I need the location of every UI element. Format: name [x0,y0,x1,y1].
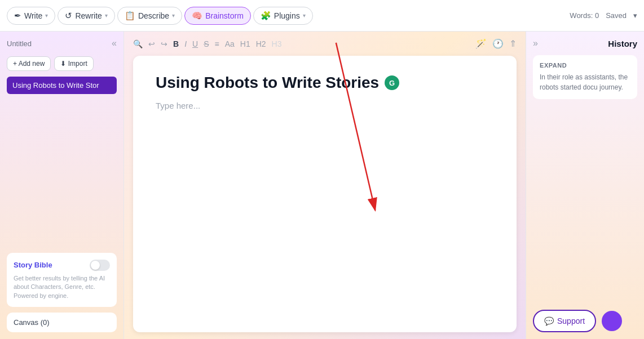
history-card-text: In their role as assistants, the robots … [540,72,630,92]
right-sidebar-expand-icon[interactable]: » [533,38,538,48]
search-tool[interactable]: 🔍 [133,39,143,48]
rewrite-icon: ↺ [65,11,72,21]
editor-placeholder[interactable]: Type here... [156,101,494,110]
write-label: Write [24,11,42,20]
toolbar-right: Words: 0 Saved ▾ [570,11,637,20]
grammarly-icon[interactable]: G [385,75,399,90]
right-sidebar-header: » History [533,38,637,48]
add-new-label: + Add new [13,60,45,68]
describe-button[interactable]: 📋 Describe ▾ [117,7,182,25]
saved-chevron: ▾ [633,11,637,20]
story-bible-label[interactable]: Story Bible [14,261,52,269]
underline-tool[interactable]: U [192,39,198,48]
sidebar-header: Untitled « [7,38,117,48]
rewrite-label: Rewrite [75,11,102,20]
import-label: ⬇ Import [60,60,87,68]
sidebar-actions: + Add new ⬇ Import [7,56,117,71]
editor-area: 🔍 ↩ ↪ B I U S ≡ Aa H1 H2 H3 🪄 🕐 ⇑ Usin [124,32,526,339]
list-tool[interactable]: ≡ [214,39,219,48]
story-bible-row: Story Bible [14,260,110,271]
h1-tool[interactable]: H1 [240,39,250,48]
story-bible-section: Story Bible Get better results by tellin… [7,253,117,307]
plugins-button[interactable]: 🧩 Plugins ▾ [253,7,313,25]
history-tool[interactable]: 🕐 [492,38,504,49]
sidebar-title: Untitled [7,39,32,48]
story-bible-desc: Get better results by telling the AI abo… [14,274,110,300]
editor-tools-left: 🔍 ↩ ↪ B I U S ≡ Aa H1 H2 H3 [133,39,282,48]
plugins-label: Plugins [274,11,300,20]
right-sidebar: » History EXPAND In their role as assist… [526,32,644,339]
bold-tool[interactable]: B [173,39,179,48]
undo-tool[interactable]: ↩ [148,39,155,48]
write-icon: ✒ [14,11,21,21]
story-bible-toggle[interactable] [90,260,110,271]
support-label: Support [557,316,585,325]
h3-tool[interactable]: H3 [272,39,282,48]
support-row: 💬 Support [533,310,637,332]
doc-item-label: Using Robots to Write Stor [12,81,99,90]
doc-item[interactable]: Using Robots to Write Stor [7,77,117,94]
support-button[interactable]: 💬 Support [533,310,596,332]
import-button[interactable]: ⬇ Import [54,56,93,71]
plugins-chevron: ▾ [303,12,306,19]
words-count: Words: 0 [570,11,599,20]
describe-icon: 📋 [125,11,135,21]
main-layout: Untitled « + Add new ⬇ Import Using Robo… [0,32,644,339]
user-avatar[interactable] [602,311,622,331]
editor-toolbar: 🔍 ↩ ↪ B I U S ≡ Aa H1 H2 H3 🪄 🕐 ⇑ [133,38,517,49]
history-card-label: EXPAND [540,62,630,69]
rewrite-chevron: ▾ [105,12,108,19]
sidebar-collapse-button[interactable]: « [112,38,117,48]
brainstorm-label: Brainstorm [205,11,244,20]
canvas-label: Canvas (0) [14,318,50,327]
right-sidebar-title: History [608,39,637,48]
saved-status: Saved [606,11,627,20]
expand-tool[interactable]: ⇑ [509,38,517,49]
write-button[interactable]: ✒ Write ▾ [7,7,55,25]
toolbar-left: ✒ Write ▾ ↺ Rewrite ▾ 📋 Describe ▾ 🧠 Bra… [7,7,313,25]
plugins-icon: 🧩 [261,11,271,21]
editor-document[interactable]: Using Robots to Write Stories G Type her… [133,56,517,332]
document-title-text: Using Robots to Write Stories [156,74,379,92]
brainstorm-button[interactable]: 🧠 Brainstorm [184,7,251,25]
strikethrough-tool[interactable]: S [204,39,209,48]
describe-chevron: ▾ [172,12,175,19]
editor-tools-right: 🪄 🕐 ⇑ [475,38,517,49]
write-chevron: ▾ [45,12,48,19]
describe-label: Describe [138,11,169,20]
add-new-button[interactable]: + Add new [7,56,51,71]
brainstorm-icon: 🧠 [192,11,202,21]
document-title: Using Robots to Write Stories G [156,74,494,92]
left-sidebar: Untitled « + Add new ⬇ Import Using Robo… [0,32,124,339]
rewrite-button[interactable]: ↺ Rewrite ▾ [58,7,114,25]
top-toolbar: ✒ Write ▾ ↺ Rewrite ▾ 📋 Describe ▾ 🧠 Bra… [0,0,644,32]
magic-tool[interactable]: 🪄 [475,38,487,49]
history-card[interactable]: EXPAND In their role as assistants, the … [533,55,637,99]
h2-tool[interactable]: H2 [256,39,266,48]
font-size-tool[interactable]: Aa [225,39,235,48]
italic-tool[interactable]: I [184,39,187,48]
redo-tool[interactable]: ↪ [161,39,167,48]
support-chat-icon: 💬 [544,316,554,325]
canvas-item[interactable]: Canvas (0) [7,313,117,332]
